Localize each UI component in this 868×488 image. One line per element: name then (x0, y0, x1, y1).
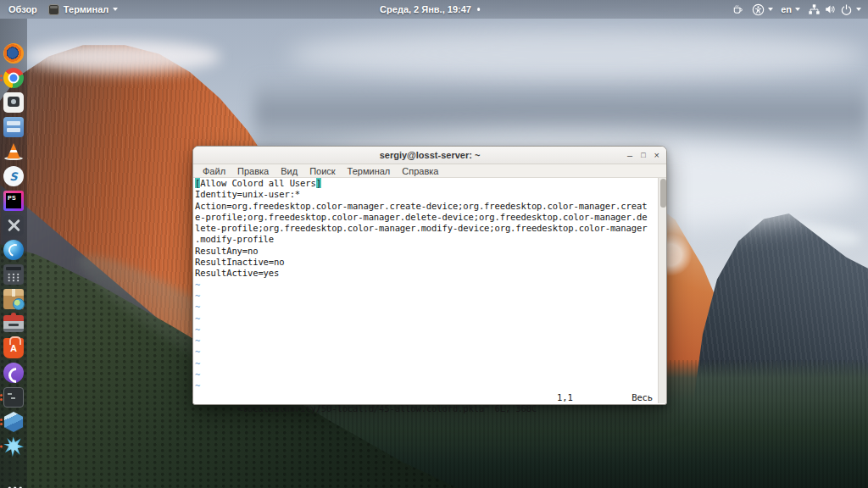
caffeine-indicator[interactable] (732, 3, 744, 15)
line-text: Allow Colord all Users (200, 178, 315, 188)
steam-glyph: S (3, 166, 24, 186)
vlc-cone-icon (3, 141, 24, 162)
dock-item-press-machine[interactable] (3, 313, 24, 334)
dock-item-vlc[interactable] (3, 141, 24, 162)
file-cabinet-icon (3, 117, 24, 137)
dock-item-software-bag[interactable]: A (3, 338, 24, 358)
vim-tilde-line: ~ (193, 347, 666, 358)
status-scroll-position: Весь (632, 392, 653, 403)
activities-button[interactable]: Обзор (8, 4, 37, 14)
dock: S PS A (0, 19, 27, 488)
calculator-icon (3, 264, 24, 285)
accessibility-icon (752, 3, 765, 16)
terminal-scrollbar[interactable] (658, 178, 666, 403)
menu-edit[interactable]: Правка (231, 164, 275, 177)
vim-tilde-line: ~ (193, 336, 666, 347)
terminal-app-badge-icon (48, 4, 59, 15)
keyboard-layout-menu[interactable]: en (781, 4, 800, 14)
dock-item-paint-splash[interactable] (3, 436, 24, 457)
package-globe-icon (3, 289, 24, 309)
maximize-button[interactable]: □ (641, 152, 645, 159)
chrome-icon (3, 68, 24, 88)
thunderbird-icon (3, 240, 24, 260)
app-menu-label: Терминал (64, 4, 109, 14)
notification-dot-icon (477, 8, 481, 11)
dock-item-software-package[interactable] (3, 289, 24, 309)
vim-tilde-line: ~ (193, 369, 666, 380)
network-wired-icon (808, 3, 821, 15)
dock-item-virtualbox[interactable] (3, 412, 24, 432)
power-icon (840, 3, 853, 16)
software-bag-icon: A (3, 338, 24, 358)
app-menu[interactable]: Терминал (48, 4, 119, 15)
chevron-down-icon (768, 8, 773, 11)
menu-help[interactable]: Справка (396, 164, 444, 177)
dock-item-terminal[interactable] (3, 387, 24, 408)
dock-item-file-cabinet[interactable] (3, 117, 24, 137)
system-menu[interactable] (808, 3, 861, 16)
vim-tilde-line: ~ (193, 324, 666, 336)
dock-item-thunderbird[interactable] (3, 240, 24, 260)
dock-item-phpstorm[interactable]: PS (3, 191, 24, 211)
apps-grid-icon (6, 485, 22, 488)
status-cursor-position: 1,1 (557, 392, 573, 403)
close-button[interactable]: × (654, 151, 659, 160)
paint-splash-icon (3, 436, 24, 457)
terminal-line: ResultAny=no (193, 246, 666, 257)
window-titlebar[interactable]: sergiy@losst-server: ~ – □ × (193, 147, 666, 164)
bag-glyph: A (3, 338, 24, 358)
press-machine-icon (3, 315, 24, 332)
menu-terminal[interactable]: Терминал (342, 164, 397, 177)
desktop: Обзор Терминал Среда, 2 Янв., 19:47 (0, 0, 868, 488)
steam-icon: S (3, 166, 24, 186)
terminal-line: Action=org.freedesktop.color-manager.cre… (193, 201, 666, 212)
running-indicator (0, 73, 3, 83)
coffee-cup-icon (732, 3, 744, 15)
firefox-icon (3, 43, 24, 64)
dock-item-camera-app[interactable] (3, 92, 24, 113)
vim-statusline: <localauthority/50-local.d/45-allow.colo… (193, 392, 666, 403)
vim-tilde-line: ~ (193, 280, 666, 291)
snow-cap (25, 41, 220, 73)
menu-file[interactable]: Файл (197, 164, 231, 177)
menu-search[interactable]: Поиск (303, 164, 341, 177)
dock-item-calculator[interactable] (3, 264, 24, 285)
vim-tilde-line: ~ (193, 313, 666, 324)
clock-label: Среда, 2 Янв., 19:47 (380, 4, 471, 14)
chevron-down-icon (795, 8, 800, 11)
running-indicator (0, 417, 3, 427)
terminal-window: sergiy@losst-server: ~ – □ × Файл Правка… (192, 146, 667, 405)
clock[interactable]: Среда, 2 Янв., 19:47 (380, 0, 480, 19)
dock-item-steam[interactable]: S (3, 166, 24, 186)
tools-icon (3, 215, 24, 236)
minimize-button[interactable]: – (627, 151, 632, 160)
menu-bar: Файл Правка Вид Поиск Терминал Справка (193, 164, 666, 178)
vim-tilde-line: ~ (193, 358, 666, 369)
vim-tilde-line: ~ (193, 380, 666, 391)
dock-item-firefox[interactable] (3, 43, 24, 64)
keyboard-layout-label: en (781, 4, 792, 14)
chevron-down-icon (113, 8, 118, 11)
terminal-line: ResultActive=yes (193, 268, 666, 279)
terminal-screen[interactable]: [Allow Colord all Users] Identity=unix-u… (193, 178, 666, 403)
cloud (288, 29, 868, 81)
show-apps-button[interactable] (3, 482, 24, 488)
virtualbox-cube-icon (3, 412, 24, 432)
dock-item-chrome[interactable] (3, 68, 24, 88)
vim-matchparen: ] (316, 178, 321, 188)
running-indicator (0, 444, 3, 450)
vim-tilde-line: ~ (193, 302, 666, 313)
scrollbar-thumb[interactable] (660, 179, 666, 208)
viber-phone-icon (3, 363, 24, 383)
accessibility-menu[interactable] (752, 3, 773, 16)
dock-item-viber[interactable] (3, 363, 24, 383)
menu-view[interactable]: Вид (275, 164, 303, 177)
running-indicator (0, 392, 3, 402)
dock-item-tools[interactable] (3, 215, 24, 236)
phpstorm-icon: PS (3, 191, 24, 211)
camera-app-icon (3, 92, 24, 113)
terminal-line: ResultInactive=no (193, 257, 666, 268)
terminal-line: e-profile;org.freedesktop.color-manager.… (193, 212, 666, 223)
window-title: sergiy@losst-server: ~ (193, 147, 666, 164)
status-file-info: <localauthority/50-local.d/45-allow.colo… (237, 403, 537, 413)
